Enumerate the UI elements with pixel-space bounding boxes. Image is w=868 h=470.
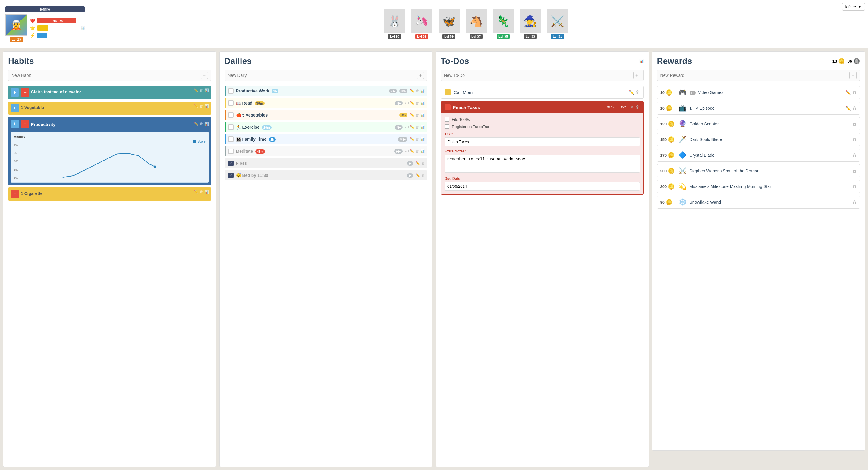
party-character[interactable]: 🐴Lvl 37: [466, 9, 487, 39]
tag-icon[interactable]: 🏷: [405, 125, 409, 129]
chart-icon[interactable]: 📊: [421, 137, 425, 141]
subtask-checkbox[interactable]: [444, 124, 450, 129]
new-todo-input[interactable]: [444, 73, 631, 78]
subtask-checkbox[interactable]: [444, 117, 450, 122]
chart-icon[interactable]: 📊: [421, 101, 425, 105]
chevron-down-icon: ▼: [858, 4, 862, 9]
username-badge: lefnire: [5, 6, 85, 12]
trash-icon[interactable]: 🗑: [415, 113, 419, 117]
trash-icon[interactable]: 🗑: [415, 137, 419, 141]
add-habit-button[interactable]: +: [201, 72, 208, 79]
trash-icon[interactable]: 🗑: [199, 88, 203, 93]
edit-icon[interactable]: ✏️: [845, 106, 850, 111]
trash-icon[interactable]: 🗑: [852, 200, 857, 205]
party-character[interactable]: 🦋Lvl 59: [438, 9, 460, 39]
trash-icon[interactable]: 🗑: [199, 190, 203, 194]
chart-icon[interactable]: 📊: [421, 113, 425, 117]
chart-icon[interactable]: 📊: [421, 125, 425, 129]
habit-minus-button[interactable]: −: [21, 88, 29, 97]
trash-icon[interactable]: 🗑: [421, 161, 425, 165]
daily-time: 20m: [262, 125, 272, 130]
trash-icon[interactable]: 🗑: [415, 149, 419, 153]
todo-text-field[interactable]: [444, 137, 640, 146]
user-menu[interactable]: lefnire ▼: [842, 3, 865, 10]
avatar[interactable]: 🧝: [5, 14, 27, 36]
habit-plus-button[interactable]: +: [10, 120, 19, 128]
edit-icon[interactable]: ✏️: [410, 137, 414, 141]
todo-checkbox[interactable]: [444, 89, 451, 95]
trash-icon[interactable]: 🗑: [852, 168, 857, 173]
habit-plus-button[interactable]: +: [10, 104, 19, 113]
trash-icon[interactable]: 🗑: [852, 137, 857, 142]
trash-icon[interactable]: 🗑: [852, 106, 857, 111]
chart-icon[interactable]: 📊: [204, 88, 209, 93]
chart-icon[interactable]: 📊: [421, 149, 425, 153]
header: lefnire 🧝 Lvl 23 ❤️ 46 / 50 ⭐: [0, 0, 868, 48]
todo-notes-field[interactable]: Remember to call CPA on Wednesday: [444, 155, 640, 173]
trash-icon[interactable]: 🗑: [199, 104, 203, 108]
trash-icon[interactable]: 🗑: [415, 89, 419, 93]
daily-checkbox[interactable]: ✓: [228, 173, 234, 178]
daily-checkbox[interactable]: [228, 124, 234, 130]
daily-checkbox[interactable]: [228, 100, 234, 106]
add-todo-button[interactable]: +: [633, 72, 641, 79]
party-character[interactable]: ⚔️Lvl 31: [547, 9, 568, 39]
trash-icon[interactable]: 🗑: [636, 105, 640, 110]
edit-icon[interactable]: ✏️: [194, 122, 198, 126]
trash-icon[interactable]: 🗑: [415, 101, 419, 105]
party-character[interactable]: 🦎Lvl 35: [493, 9, 514, 39]
chart-icon[interactable]: 📊: [204, 190, 209, 194]
edit-icon[interactable]: ✏️: [410, 125, 414, 129]
habit-minus-button[interactable]: −: [21, 120, 29, 128]
chart-icon[interactable]: 📊: [421, 89, 425, 93]
trash-icon[interactable]: 🗑: [636, 90, 640, 95]
new-habit-input[interactable]: [11, 73, 198, 78]
reward-name: 1h Video Games: [689, 90, 843, 95]
edit-icon[interactable]: ✏️: [194, 104, 198, 108]
rewards-meta: 13 🪙 36 🔘: [832, 58, 860, 64]
trash-icon[interactable]: 🗑: [852, 153, 857, 158]
habit-plus-button[interactable]: +: [10, 88, 19, 97]
todo-date-field[interactable]: [444, 182, 640, 191]
chart-icon[interactable]: 📊: [639, 59, 644, 63]
edit-icon[interactable]: ✏️: [845, 90, 850, 95]
edit-icon[interactable]: ✏️: [410, 149, 414, 153]
edit-icon[interactable]: ✏️: [415, 161, 420, 165]
close-icon[interactable]: ✕: [630, 105, 634, 110]
trash-icon[interactable]: 🗑: [852, 184, 857, 189]
chart-icon[interactable]: 📊: [204, 122, 209, 126]
habit-minus-button[interactable]: −: [10, 190, 19, 198]
party-character[interactable]: 🐰Lvl 90: [384, 9, 405, 39]
daily-checkbox[interactable]: ✓: [228, 161, 234, 166]
new-reward-input[interactable]: [660, 73, 847, 78]
chart-icon[interactable]: 📊: [204, 104, 209, 108]
party-character[interactable]: 🧙Lvl 33: [520, 9, 541, 39]
todo-checkbox[interactable]: [444, 104, 451, 110]
add-reward-button[interactable]: +: [849, 72, 857, 79]
trash-icon[interactable]: 🗑: [852, 90, 857, 95]
trash-icon[interactable]: 🗑: [852, 121, 857, 126]
edit-icon[interactable]: ✏️: [410, 113, 414, 117]
reward-item: 10 🪙 📺 1 TV Episode ✏️ 🗑: [657, 101, 860, 115]
daily-item: Productive Work 1h 2▶ 0/4 ✏️ 🗑 📊: [224, 86, 428, 96]
daily-checkbox[interactable]: [228, 149, 234, 154]
edit-icon[interactable]: ✏️: [194, 190, 198, 194]
edit-icon[interactable]: ✏️: [629, 90, 634, 95]
habit-icons: ✏️ 🗑 📊: [194, 88, 209, 93]
daily-checkbox[interactable]: [228, 113, 234, 118]
trash-icon[interactable]: 🗑: [199, 122, 203, 126]
trash-icon[interactable]: 🗑: [421, 173, 425, 178]
daily-count: 0/4: [399, 89, 407, 93]
add-daily-button[interactable]: +: [417, 72, 424, 79]
new-daily-input[interactable]: [228, 73, 415, 78]
daily-checkbox[interactable]: [228, 136, 234, 142]
tag-icon[interactable]: 🏷: [405, 101, 409, 105]
edit-icon[interactable]: ✏️: [194, 88, 198, 93]
edit-icon[interactable]: ✏️: [410, 89, 414, 93]
tag-icon[interactable]: 🏷: [405, 149, 409, 153]
edit-icon[interactable]: ✏️: [415, 173, 420, 178]
party-character[interactable]: 🦄Lvl 69: [411, 9, 433, 39]
trash-icon[interactable]: 🗑: [415, 125, 419, 129]
daily-checkbox[interactable]: [228, 88, 234, 94]
edit-icon[interactable]: ✏️: [410, 101, 414, 105]
